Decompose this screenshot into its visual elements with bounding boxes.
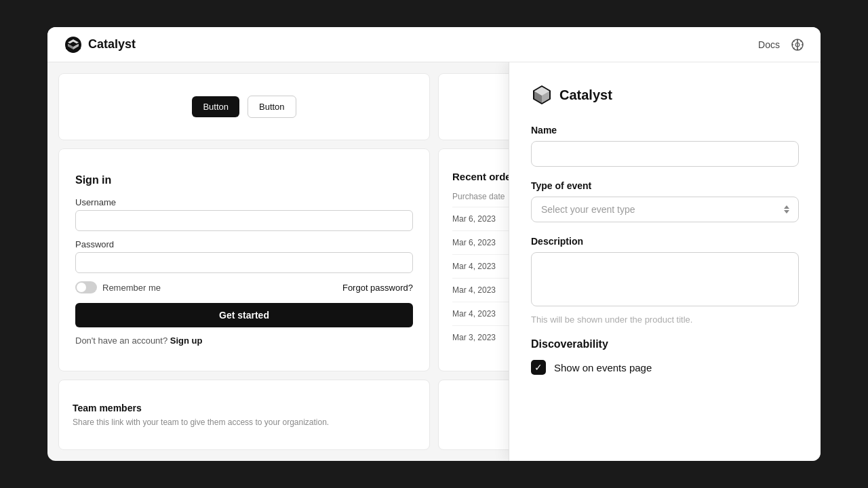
svg-line-12 bbox=[801, 41, 802, 41]
checkmark-icon: ✓ bbox=[534, 363, 542, 372]
description-hint: This will be shown under the product tit… bbox=[531, 314, 799, 325]
nav-bar: Catalyst Docs bbox=[47, 27, 821, 62]
show-events-checkbox[interactable]: ✓ bbox=[531, 360, 546, 375]
team-desc: Share this link with your team to give t… bbox=[73, 418, 329, 427]
svg-line-11 bbox=[801, 47, 802, 48]
forgot-password-link[interactable]: Forgot password? bbox=[342, 283, 413, 293]
signin-title: Sign in bbox=[75, 174, 111, 186]
panel-logo-text: Catalyst bbox=[559, 87, 612, 103]
team-title: Team members bbox=[73, 403, 142, 413]
outline-button[interactable]: Button bbox=[248, 96, 296, 118]
theme-toggle-icon[interactable] bbox=[791, 38, 804, 52]
type-select[interactable]: Select your event type Conference Worksh… bbox=[531, 197, 799, 222]
nav-logo: Catalyst bbox=[64, 35, 136, 54]
right-panel: Catalyst Name Type of event Select your … bbox=[509, 62, 821, 461]
password-label: Password bbox=[75, 239, 114, 249]
name-input[interactable] bbox=[531, 141, 799, 167]
signup-row: Don't have an account? Sign up bbox=[75, 336, 203, 346]
signin-options: Remember me Forgot password? bbox=[75, 281, 413, 293]
remember-me-toggle[interactable] bbox=[75, 281, 97, 293]
show-events-row: ✓ Show on events page bbox=[531, 360, 799, 375]
nav-docs-link[interactable]: Docs bbox=[758, 39, 780, 50]
remember-me-label: Remember me bbox=[102, 283, 161, 293]
description-field-label: Description bbox=[531, 236, 799, 247]
content-area: Button Button Open dialog Sign in Userna… bbox=[47, 62, 821, 461]
panel-logo: Catalyst bbox=[531, 84, 799, 106]
name-field-label: Name bbox=[531, 125, 799, 136]
buttons-card: Button Button bbox=[58, 73, 430, 140]
nav-right: Docs bbox=[758, 38, 804, 52]
type-select-wrapper: Select your event type Conference Worksh… bbox=[531, 197, 799, 222]
show-events-label: Show on events page bbox=[554, 362, 652, 373]
remember-me-row: Remember me bbox=[75, 281, 161, 293]
catalyst-logo-icon bbox=[64, 35, 83, 54]
type-field-label: Type of event bbox=[531, 180, 799, 191]
team-members-card: Team members Share this link with your t… bbox=[58, 380, 430, 450]
username-input[interactable] bbox=[75, 210, 413, 231]
get-started-button[interactable]: Get started bbox=[75, 303, 413, 327]
nav-logo-text: Catalyst bbox=[88, 37, 136, 52]
panel-catalyst-logo-icon bbox=[531, 84, 553, 106]
username-label: Username bbox=[75, 197, 116, 207]
solid-button[interactable]: Button bbox=[192, 96, 239, 117]
svg-line-10 bbox=[793, 41, 794, 41]
signin-card: Sign in Username Password Remember me Fo… bbox=[58, 148, 430, 371]
description-input[interactable] bbox=[531, 252, 799, 306]
svg-line-13 bbox=[793, 47, 794, 48]
password-input[interactable] bbox=[75, 252, 413, 273]
discoverability-section-title: Discoverability bbox=[531, 338, 799, 350]
signup-link[interactable]: Sign up bbox=[170, 336, 203, 346]
